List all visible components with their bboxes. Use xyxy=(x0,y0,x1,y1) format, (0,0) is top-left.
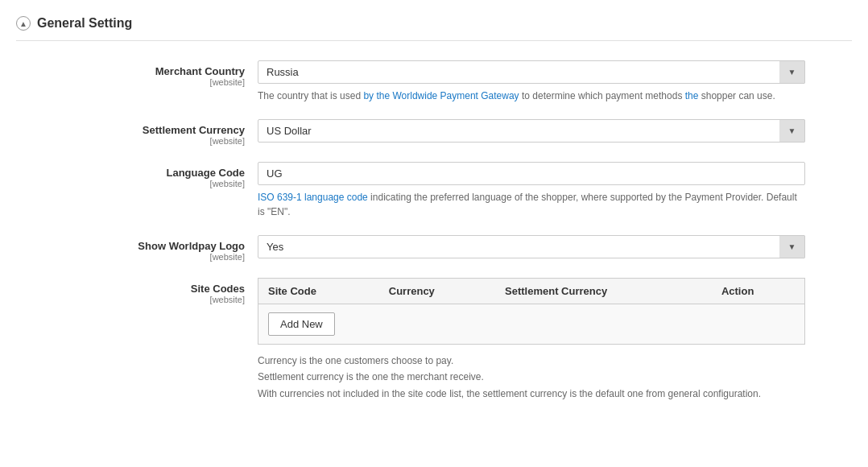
site-code-list-link[interactable]: the site code list xyxy=(392,388,461,399)
language-code-note: ISO 639-1 language code indicating the p… xyxy=(258,190,805,219)
page-header: ▲ General Setting xyxy=(16,16,852,41)
settlement-currency-label-col: Settlement Currency [website] xyxy=(32,119,258,146)
action-col-header: Action xyxy=(712,279,805,304)
site-codes-add-cell: Add New xyxy=(258,304,805,345)
merchant-country-note: The country that is used by the Worldwid… xyxy=(258,89,805,103)
show-worldpay-logo-scope: [website] xyxy=(32,252,245,262)
currency-col-header: Currency xyxy=(379,279,495,304)
page-title: General Setting xyxy=(37,16,132,31)
general-settings-form: Merchant Country [website] Russia ▼ The … xyxy=(32,60,805,402)
merchant-country-label: Merchant Country xyxy=(32,65,245,77)
settlement-currency-input-col: US Dollar ▼ xyxy=(258,119,805,143)
language-code-row: Language Code [website] ISO 639-1 langua… xyxy=(32,162,805,219)
merchant-country-input-col: Russia ▼ The country that is used by the… xyxy=(258,60,805,103)
settlement-currency-col-header: Settlement Currency xyxy=(495,279,712,304)
show-worldpay-logo-input-col: Yes ▼ xyxy=(258,235,805,258)
the-link[interactable]: the xyxy=(685,90,699,101)
merchant-country-note-text3: shopper can use. xyxy=(698,90,775,101)
language-code-label: Language Code xyxy=(32,167,245,179)
settlement-currency-scope: [website] xyxy=(32,136,245,146)
merchant-link[interactable]: merchant xyxy=(407,371,447,382)
site-codes-table-head: Site Code Currency Settlement Currency A… xyxy=(258,279,805,304)
settlement-currency-label: Settlement Currency xyxy=(32,124,245,136)
general-config-link[interactable]: from general configuration xyxy=(646,388,758,399)
collapse-icon[interactable]: ▲ xyxy=(16,16,31,31)
site-codes-notes: Currency is the one customers choose to … xyxy=(258,353,805,402)
show-worldpay-logo-select-wrapper: Yes ▼ xyxy=(258,235,805,258)
language-code-input[interactable] xyxy=(258,162,805,185)
site-codes-scope: [website] xyxy=(32,295,245,304)
site-codes-note-3: With currencies not included in the site… xyxy=(258,386,805,402)
merchant-country-select-wrapper: Russia ▼ xyxy=(258,60,805,84)
language-code-scope: [website] xyxy=(32,179,245,188)
settlement-currency-select[interactable]: US Dollar xyxy=(258,119,805,143)
site-codes-row: Site Codes [website] Site Code Currency … xyxy=(32,278,805,402)
settlement-currency-select-wrapper: US Dollar ▼ xyxy=(258,119,805,143)
show-worldpay-logo-label-col: Show Worldpay Logo [website] xyxy=(32,235,258,262)
site-codes-note-1: Currency is the one customers choose to … xyxy=(258,353,805,369)
show-worldpay-logo-label: Show Worldpay Logo xyxy=(32,240,245,252)
site-codes-input-col: Site Code Currency Settlement Currency A… xyxy=(258,278,805,402)
language-code-label-col: Language Code [website] xyxy=(32,162,258,188)
iso-639-link[interactable]: ISO 639-1 language code xyxy=(258,192,368,203)
site-codes-header-row: Site Code Currency Settlement Currency A… xyxy=(258,279,805,304)
worldwide-payment-link[interactable]: by the Worldwide Payment Gateway xyxy=(363,90,519,101)
site-codes-table-body: Add New xyxy=(258,304,805,345)
merchant-country-scope: [website] xyxy=(32,77,245,87)
site-codes-label: Site Codes xyxy=(32,283,245,295)
site-codes-label-col: Site Codes [website] xyxy=(32,278,258,304)
site-codes-add-row: Add New xyxy=(258,304,805,345)
merchant-country-label-col: Merchant Country [website] xyxy=(32,60,258,87)
merchant-country-select[interactable]: Russia xyxy=(258,60,805,84)
add-new-button[interactable]: Add New xyxy=(268,312,335,336)
merchant-country-row: Merchant Country [website] Russia ▼ The … xyxy=(32,60,805,103)
settlement-currency-row: Settlement Currency [website] US Dollar … xyxy=(32,119,805,146)
merchant-country-note-text2: to determine which payment methods xyxy=(519,90,685,101)
site-codes-note-2: Settlement currency is the one the merch… xyxy=(258,369,805,385)
site-code-col-header: Site Code xyxy=(258,279,379,304)
show-worldpay-logo-row: Show Worldpay Logo [website] Yes ▼ xyxy=(32,235,805,262)
merchant-country-note-text1: The country that is used xyxy=(258,90,363,101)
show-worldpay-logo-select[interactable]: Yes xyxy=(258,235,805,258)
site-codes-table: Site Code Currency Settlement Currency A… xyxy=(258,278,805,345)
language-code-input-col: ISO 639-1 language code indicating the p… xyxy=(258,162,805,219)
